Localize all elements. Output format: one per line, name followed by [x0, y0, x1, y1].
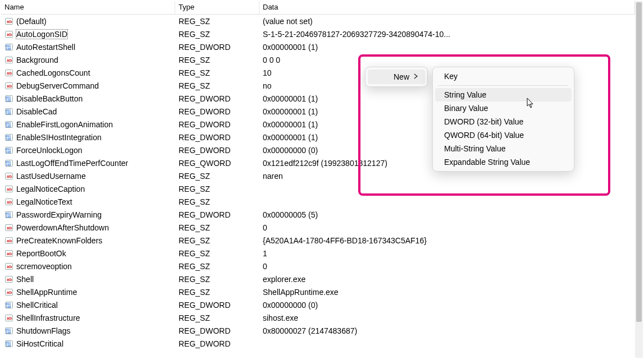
svg-text:110: 110 [6, 47, 11, 50]
context-submenu-new[interactable]: Key String Value Binary Value DWORD (32-… [432, 67, 574, 172]
column-header-name[interactable]: Name [1, 1, 175, 14]
cell-type: REG_SZ [175, 56, 259, 64]
reg-dword-icon: 011110 [4, 339, 13, 348]
cell-name[interactable]: abBackground [1, 56, 175, 64]
cell-name[interactable]: ab(Default) [1, 17, 175, 26]
menu-item-key[interactable]: Key [435, 70, 572, 83]
cell-name[interactable]: 011110AutoRestartShell [1, 43, 175, 52]
reg-sz-icon: ab [4, 184, 13, 193]
scrollbar-thumb[interactable] [636, 2, 642, 322]
cell-data: (value not set) [259, 17, 635, 26]
table-row[interactable]: abShellAppRuntimeREG_SZShellAppRuntime.e… [1, 285, 635, 298]
reg-sz-icon: ab [4, 17, 13, 26]
table-row[interactable]: ab(Default)REG_SZ(value not set) [1, 15, 635, 27]
menu-item-binary-value[interactable]: Binary Value [435, 101, 572, 115]
cell-name[interactable]: 011110DisableCad [1, 107, 175, 116]
table-row[interactable]: abscremoveoptionREG_SZ0 [1, 260, 635, 273]
menu-item-expandstring-value[interactable]: Expandable String Value [435, 155, 572, 169]
cell-name[interactable]: 011110EnableSIHostIntegration [1, 133, 175, 142]
cell-name[interactable]: 011110ShutdownFlags [1, 326, 175, 335]
registry-listview[interactable]: Name Type Data ab(Default)REG_SZ(value n… [1, 1, 635, 359]
menu-item-multistring-value[interactable]: Multi-String Value [435, 142, 572, 155]
cell-name[interactable]: abscremoveoption [1, 262, 175, 271]
cell-name[interactable]: abShellAppRuntime [1, 288, 175, 297]
reg-sz-icon: ab [4, 262, 13, 271]
menu-item-new[interactable]: New [368, 70, 425, 84]
table-row[interactable]: abShellInfrastructureREG_SZsihost.exe [1, 311, 635, 324]
cell-name[interactable]: 011110ShellCritical [1, 301, 175, 310]
cell-name[interactable]: abDebugServerCommand [1, 81, 175, 90]
cell-name[interactable]: 011110SiHostCritical [1, 339, 175, 348]
cell-type: REG_DWORD [175, 43, 259, 52]
cell-name[interactable]: abShellInfrastructure [1, 313, 175, 322]
cell-name[interactable]: abLegalNoticeText [1, 197, 175, 206]
context-menu[interactable]: New [365, 67, 428, 87]
value-name-label: LastLogOffEndTimePerfCounter [16, 159, 129, 168]
table-row[interactable]: abPreCreateKnownFoldersREG_SZ{A520A1A4-1… [1, 234, 635, 247]
svg-text:ab: ab [7, 225, 12, 230]
cell-name[interactable]: abShell [1, 275, 175, 284]
value-name-label: PreCreateKnownFolders [16, 236, 103, 245]
table-row[interactable]: 011110PasswordExpiryWarningREG_DWORD0x00… [1, 208, 635, 221]
menu-item-qword-value[interactable]: QWORD (64-bit) Value [435, 128, 572, 142]
value-name-label: Background [16, 56, 59, 64]
cell-name[interactable]: 011110ForceUnlockLogon [1, 146, 175, 155]
vertical-scrollbar[interactable] [635, 1, 643, 358]
column-header-data[interactable]: Data [259, 1, 635, 14]
reg-sz-icon: ab [4, 197, 13, 206]
svg-text:ab: ab [7, 316, 12, 321]
cell-name[interactable]: 011110EnableFirstLogonAnimation [1, 120, 175, 129]
cell-name[interactable]: abPreCreateKnownFolders [1, 236, 175, 245]
cell-data: naren [259, 172, 635, 181]
table-row[interactable]: abShellREG_SZexplorer.exe [1, 273, 635, 285]
cell-name[interactable]: abLastUsedUsername [1, 172, 175, 181]
cell-type: REG_SZ [175, 197, 259, 206]
menu-item-label: Multi-String Value [444, 144, 505, 153]
menu-item-string-value[interactable]: String Value [435, 88, 572, 101]
reg-sz-icon: ab [4, 223, 13, 232]
table-row[interactable]: abReportBootOkREG_SZ1 [1, 247, 635, 260]
svg-text:ab: ab [7, 84, 12, 89]
cell-name[interactable]: 011110DisableBackButton [1, 94, 175, 103]
cell-data: 0x00000001 (1) [259, 43, 635, 52]
cell-type: REG_DWORD [175, 133, 259, 142]
cell-type: REG_SZ [175, 249, 259, 258]
value-name-label: PowerdownAfterShutdown [16, 223, 109, 232]
reg-sz-icon: ab [4, 249, 13, 258]
value-name-label: EnableFirstLogonAnimation [16, 120, 113, 129]
table-row[interactable]: abLegalNoticeCaptionREG_SZ [1, 182, 635, 195]
table-row[interactable]: abAutoLogonSIDREG_SZS-1-5-21-2046978127-… [1, 27, 635, 40]
table-row[interactable]: 011110ShutdownFlagsREG_DWORD0x80000027 (… [1, 324, 635, 337]
table-row[interactable]: 011110ShellCriticalREG_DWORD0x00000000 (… [1, 298, 635, 311]
table-row[interactable]: 011110SiHostCriticalREG_DWORD [1, 337, 635, 350]
cell-type: REG_SZ [175, 275, 259, 284]
cell-data: ShellAppRuntime.exe [259, 288, 635, 297]
svg-text:ab: ab [7, 187, 12, 192]
column-header-type[interactable]: Type [175, 1, 259, 14]
cell-name[interactable]: abReportBootOk [1, 249, 175, 258]
cell-name[interactable]: abAutoLogonSID [1, 29, 175, 39]
menu-item-label: DWORD (32-bit) Value [444, 117, 523, 126]
listview-body[interactable]: ab(Default)REG_SZ(value not set)abAutoLo… [1, 15, 635, 350]
cell-type: REG_DWORD [175, 107, 259, 116]
cell-name[interactable]: 011110PasswordExpiryWarning [1, 210, 175, 219]
value-name-label: ShutdownFlags [16, 326, 71, 335]
cell-name[interactable]: 011110LastLogOffEndTimePerfCounter [1, 159, 175, 168]
menu-item-dword-value[interactable]: DWORD (32-bit) Value [435, 115, 572, 128]
cell-type: REG_SZ [175, 262, 259, 271]
table-row[interactable]: abLegalNoticeTextREG_SZ [1, 195, 635, 208]
reg-dword-icon: 011110 [4, 159, 13, 168]
cell-name[interactable]: abCachedLogonsCount [1, 68, 175, 77]
svg-text:110: 110 [6, 163, 11, 167]
cell-name[interactable]: abLegalNoticeCaption [1, 184, 175, 193]
table-row[interactable]: abPowerdownAfterShutdownREG_SZ0 [1, 221, 635, 234]
svg-text:110: 110 [6, 137, 11, 141]
reg-sz-icon: ab [4, 30, 13, 39]
svg-text:ab: ab [7, 264, 12, 269]
table-row[interactable]: 011110AutoRestartShellREG_DWORD0x0000000… [1, 40, 635, 53]
reg-dword-icon: 011110 [4, 326, 13, 335]
cell-type: REG_DWORD [175, 326, 259, 335]
cell-name[interactable]: abPowerdownAfterShutdown [1, 223, 175, 232]
svg-text:110: 110 [6, 305, 11, 308]
table-row[interactable]: abBackgroundREG_SZ0 0 0 [1, 53, 635, 66]
